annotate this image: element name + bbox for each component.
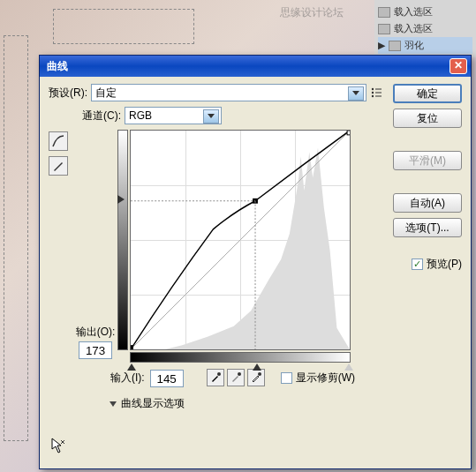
svg-rect-7: [131, 345, 133, 349]
options-button[interactable]: 选项(T)...: [393, 218, 462, 237]
chevron-down-icon: [352, 91, 359, 95]
svg-point-1: [372, 92, 374, 94]
layer-row[interactable]: ▶ 羽化: [378, 37, 472, 54]
channel-select[interactable]: RGB: [125, 107, 222, 124]
svg-point-13: [238, 372, 241, 376]
preset-value: 自定: [95, 86, 117, 101]
marquee-selection: [53, 9, 194, 44]
close-button[interactable]: ✕: [450, 58, 467, 74]
eyedropper-black[interactable]: [207, 369, 224, 386]
preset-label: 预设(R):: [49, 86, 87, 101]
svg-point-0: [372, 88, 374, 90]
preview-checkbox[interactable]: ✓: [412, 258, 423, 270]
layer-label: 羽化: [404, 39, 424, 52]
svg-point-14: [258, 372, 261, 376]
curve-draw-tool[interactable]: [49, 156, 68, 176]
curve-point-tool[interactable]: [49, 131, 68, 151]
auto-button[interactable]: 自动(A): [393, 193, 462, 213]
layer-thumb-icon: [389, 41, 401, 51]
curves-dialog: 曲线 ✕ 预设(R): 自定 通道(C): RGB: [39, 55, 472, 469]
input-slider[interactable]: [253, 363, 261, 371]
output-gradient: [117, 130, 128, 350]
watermark-top: 思缘设计论坛: [280, 5, 344, 20]
channel-label: 通道(C):: [82, 109, 121, 124]
target-adjust-tool[interactable]: [49, 437, 66, 456]
curve-canvas[interactable]: [130, 130, 351, 350]
input-label: 输入(I):: [110, 371, 145, 386]
reset-button[interactable]: 复位: [393, 109, 462, 128]
svg-point-12: [217, 372, 221, 376]
layer-label: 载入选区: [394, 22, 433, 35]
layers-panel-fragment: 载入选区 载入选区 ▶ 羽化: [374, 0, 476, 57]
show-clipping-checkbox[interactable]: [281, 372, 292, 384]
curve-graph: [131, 131, 350, 349]
input-black-slider[interactable]: [127, 363, 136, 371]
expand-icon[interactable]: [110, 401, 117, 407]
show-clipping-label: 显示修剪(W): [296, 371, 355, 386]
output-field[interactable]: [79, 341, 112, 359]
preview-label: 预览(P): [427, 257, 462, 272]
input-white-slider[interactable]: [344, 363, 353, 371]
smooth-button: 平滑(M): [393, 151, 462, 170]
chevron-down-icon: [208, 114, 215, 118]
marquee-selection: [4, 35, 28, 441]
input-gradient: [130, 352, 351, 363]
output-slider[interactable]: [117, 195, 125, 204]
eyedropper-gray[interactable]: [227, 369, 245, 386]
layer-thumb-icon: [378, 7, 390, 18]
svg-line-6: [131, 131, 350, 349]
svg-point-2: [372, 95, 374, 97]
svg-rect-9: [347, 131, 350, 135]
layer-label: 载入选区: [394, 5, 433, 19]
play-icon: ▶: [378, 40, 385, 51]
display-options-label: 曲线显示选项: [121, 396, 185, 411]
layer-thumb-icon: [378, 24, 390, 34]
preset-select[interactable]: 自定: [91, 84, 366, 101]
dialog-title: 曲线: [43, 59, 450, 74]
layer-row[interactable]: 载入选区: [378, 4, 472, 20]
input-field[interactable]: [150, 370, 184, 387]
output-label: 输出(O):: [76, 325, 116, 340]
channel-value: RGB: [129, 109, 152, 122]
preset-menu-icon[interactable]: [370, 86, 382, 99]
ok-button[interactable]: 确定: [393, 84, 462, 103]
layer-row[interactable]: 载入选区: [378, 20, 472, 37]
dialog-titlebar[interactable]: 曲线 ✕: [40, 56, 471, 77]
eyedropper-white[interactable]: [247, 369, 265, 386]
